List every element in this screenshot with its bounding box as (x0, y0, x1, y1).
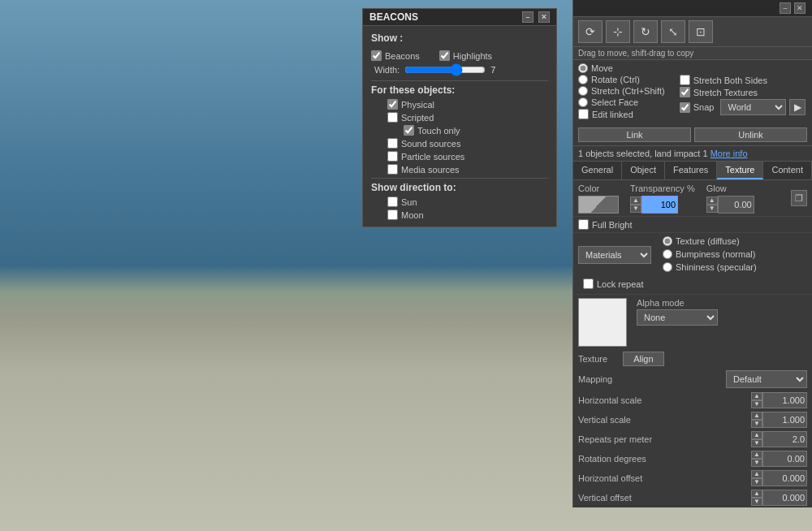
h-offset-up-btn[interactable]: ▲ (751, 470, 762, 478)
rotate-radio-row[interactable]: Rotate (Ctrl) (578, 75, 665, 84)
edit-linked-radio-row[interactable]: Edit linked (578, 109, 665, 119)
touch-only-label[interactable]: Touch only (404, 125, 548, 136)
scripted-label[interactable]: Scripted (387, 112, 548, 123)
edit-minimize-btn[interactable]: – (780, 2, 791, 14)
color-swatch[interactable] (578, 196, 619, 214)
v-offset-up-btn[interactable]: ▲ (751, 490, 762, 498)
particle-sources-label[interactable]: Particle sources (387, 151, 548, 162)
copy-btn[interactable]: ❐ (791, 190, 807, 206)
touch-only-checkbox[interactable] (404, 125, 414, 136)
align-btn[interactable]: Align (623, 352, 663, 366)
beacons-checkbox-label[interactable]: Beacons (371, 50, 420, 61)
snap-checkbox[interactable] (680, 102, 690, 113)
rotation-down-btn[interactable]: ▼ (751, 459, 762, 467)
move-radio-row[interactable]: Move (578, 63, 807, 73)
rotation-input[interactable] (762, 451, 807, 467)
cursor-tool-btn[interactable]: ⊹ (606, 20, 630, 43)
glow-up-btn[interactable]: ▲ (706, 196, 718, 205)
h-scale-down-btn[interactable]: ▼ (751, 400, 762, 408)
transparency-down-btn[interactable]: ▼ (630, 205, 641, 213)
rotation-up-btn[interactable]: ▲ (751, 451, 762, 459)
physical-label[interactable]: Physical (387, 99, 548, 110)
physical-checkbox[interactable] (387, 99, 398, 110)
rotate-tool-btn[interactable]: ↻ (633, 20, 658, 43)
alpha-dropdown[interactable]: None (637, 309, 718, 326)
sound-sources-checkbox[interactable] (387, 138, 398, 149)
tab-content[interactable]: Content (763, 162, 812, 179)
h-offset-down-btn[interactable]: ▼ (751, 478, 762, 486)
fullbright-label[interactable]: Full Bright (578, 219, 633, 230)
media-sources-checkbox[interactable] (387, 164, 398, 175)
rotate-radio[interactable] (578, 75, 588, 84)
select-face-radio[interactable] (578, 97, 588, 107)
materials-dropdown[interactable]: Materials (578, 246, 651, 264)
vertical-offset-input[interactable] (762, 490, 807, 506)
beacons-minimize-btn[interactable]: – (522, 11, 533, 23)
select-face-radio-row[interactable]: Select Face (578, 97, 665, 107)
edit-linked-checkbox[interactable] (578, 109, 589, 119)
glow-down-btn[interactable]: ▼ (706, 205, 718, 213)
repeats-per-meter-input[interactable] (762, 431, 807, 447)
h-scale-up-btn[interactable]: ▲ (751, 392, 762, 400)
particle-sources-checkbox[interactable] (387, 151, 398, 162)
fullbright-checkbox[interactable] (578, 219, 589, 230)
beacons-close-btn[interactable]: ✕ (538, 11, 550, 23)
bumpiness-label[interactable]: Bumpiness (normal) (663, 249, 757, 259)
texture-diffuse-radio[interactable] (663, 236, 672, 246)
snap-label[interactable]: Snap (680, 102, 715, 113)
highlights-checkbox-label[interactable]: Highlights (439, 50, 492, 61)
world-arrow-btn[interactable]: ▶ (789, 99, 806, 115)
stretch-both-checkbox[interactable] (680, 75, 690, 85)
unlink-btn[interactable]: Unlink (694, 127, 807, 142)
horizontal-scale-input[interactable] (762, 392, 807, 408)
tab-texture[interactable]: Texture (717, 162, 763, 179)
world-dropdown[interactable]: World Local Reference (720, 99, 786, 115)
transparency-input[interactable] (641, 196, 678, 214)
vertical-scale-input[interactable] (762, 412, 807, 428)
camera-tool-btn[interactable]: ⊡ (689, 20, 713, 43)
stretch-radio[interactable] (578, 86, 588, 96)
tab-features[interactable]: Features (665, 162, 717, 179)
repeats-up-btn[interactable]: ▲ (751, 431, 762, 439)
shininess-label[interactable]: Shininess (specular) (663, 262, 757, 272)
sound-sources-label[interactable]: Sound sources (387, 138, 548, 149)
v-scale-down-btn[interactable]: ▼ (751, 420, 762, 428)
texture-diffuse-label[interactable]: Texture (diffuse) (663, 236, 757, 246)
width-slider[interactable] (404, 64, 486, 76)
link-btn[interactable]: Link (578, 127, 691, 142)
h-offset-input-group: ▲ ▼ (751, 470, 807, 486)
lock-repeat-label[interactable]: Lock repeat (583, 278, 643, 289)
shininess-radio[interactable] (663, 262, 672, 272)
moon-label[interactable]: Moon (387, 209, 548, 220)
glow-field: Glow ▲ ▼ (706, 183, 754, 214)
move-label: Move (591, 63, 613, 73)
stretch-textures-label[interactable]: Stretch Textures (680, 87, 806, 97)
more-info-link[interactable]: More info (710, 149, 748, 158)
transparency-up-btn[interactable]: ▲ (630, 196, 641, 205)
move-tool-btn[interactable]: ⟳ (578, 20, 603, 43)
media-sources-label[interactable]: Media sources (387, 164, 548, 175)
tab-general[interactable]: General (573, 162, 622, 179)
highlights-checkbox[interactable] (439, 50, 450, 61)
mapping-dropdown[interactable]: Default Planar (726, 370, 807, 388)
texture-thumbnail[interactable] (578, 298, 627, 347)
stretch-textures-checkbox[interactable] (680, 87, 690, 97)
sun-label[interactable]: Sun (387, 196, 548, 207)
edit-close-btn[interactable]: ✕ (794, 2, 806, 14)
stretch-both-label[interactable]: Stretch Both Sides (680, 75, 806, 85)
tab-object[interactable]: Object (622, 162, 665, 179)
v-scale-up-btn[interactable]: ▲ (751, 412, 762, 420)
scripted-checkbox[interactable] (387, 112, 398, 123)
lock-repeat-checkbox[interactable] (583, 278, 594, 289)
moon-checkbox[interactable] (387, 209, 398, 220)
move-radio[interactable] (578, 63, 588, 73)
horizontal-offset-input[interactable] (762, 470, 807, 486)
beacons-checkbox[interactable] (371, 50, 382, 61)
sun-checkbox[interactable] (387, 196, 398, 207)
bumpiness-radio[interactable] (663, 249, 672, 259)
scale-tool-btn[interactable]: ⤡ (661, 20, 685, 43)
stretch-radio-row[interactable]: Stretch (Ctrl+Shift) (578, 86, 665, 96)
v-offset-down-btn[interactable]: ▼ (751, 498, 762, 506)
repeats-down-btn[interactable]: ▼ (751, 439, 762, 447)
glow-input[interactable] (718, 196, 754, 214)
